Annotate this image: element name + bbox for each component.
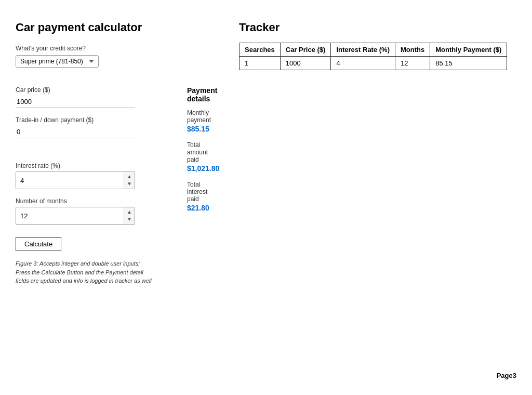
page-number: Page3 — [497, 372, 516, 379]
table-header-row: Searches Car Price ($) Interest Rate (%)… — [240, 43, 507, 57]
tracker-section: Tracker Searches Car Price ($) Interest … — [239, 21, 516, 285]
table-cell-0-3: 12 — [395, 57, 430, 70]
tracker-title: Tracker — [239, 21, 516, 34]
interest-rate-input[interactable] — [16, 174, 124, 187]
num-months-label: Number of months — [16, 198, 156, 205]
col-header-monthly-payment: Monthly Payment ($) — [430, 43, 507, 57]
car-price-label: Car price ($) — [16, 86, 156, 94]
calculate-button[interactable]: Calculate — [16, 237, 61, 251]
table-cell-0-2: 4 — [331, 57, 395, 70]
tracker-table: Searches Car Price ($) Interest Rate (%)… — [239, 43, 507, 70]
total-amount-value: $1,021.80 — [187, 164, 219, 173]
payment-details-title: Payment details — [187, 86, 219, 103]
num-months-wrapper: ▲▼ — [16, 207, 135, 225]
num-months-spinner[interactable]: ▲▼ — [124, 207, 135, 224]
caption-text: Figure 3: Accepts integer and double use… — [16, 259, 156, 285]
num-months-input[interactable] — [16, 209, 124, 222]
col-header-car-price: Car Price ($) — [280, 43, 331, 57]
trade-in-label: Trade-in / down payment ($) — [16, 116, 156, 124]
total-interest-label: Total interest paid — [187, 181, 219, 203]
credit-score-label: What's your credit score? — [16, 45, 208, 52]
table-cell-0-4: 85.15 — [430, 57, 507, 70]
calculator-title: Car payment calculator — [16, 21, 208, 34]
credit-score-select[interactable]: Super prime (781-850) Prime (661-780) Ne… — [16, 55, 99, 68]
total-amount-label: Total amount paid — [187, 141, 219, 163]
monthly-payment-label: Monthly payment — [187, 109, 219, 124]
table-cell-0-0: 1 — [240, 57, 281, 70]
col-header-searches: Searches — [240, 43, 281, 57]
car-price-input[interactable] — [16, 96, 135, 108]
total-interest-value: $21.80 — [187, 204, 219, 212]
col-header-months: Months — [395, 43, 430, 57]
interest-rate-label: Interest rate (%) — [16, 162, 156, 169]
table-row: 1100041285.15 — [240, 57, 507, 70]
col-header-interest-rate: Interest Rate (%) — [331, 43, 395, 57]
trade-in-input[interactable] — [16, 126, 135, 138]
interest-rate-spinner[interactable]: ▲▼ — [124, 172, 135, 189]
interest-rate-wrapper: ▲▼ — [16, 172, 135, 189]
monthly-payment-value: $85.15 — [187, 125, 219, 133]
payment-details-panel: Payment details Monthly payment $85.15 T… — [187, 86, 219, 220]
table-cell-0-1: 1000 — [280, 57, 331, 70]
